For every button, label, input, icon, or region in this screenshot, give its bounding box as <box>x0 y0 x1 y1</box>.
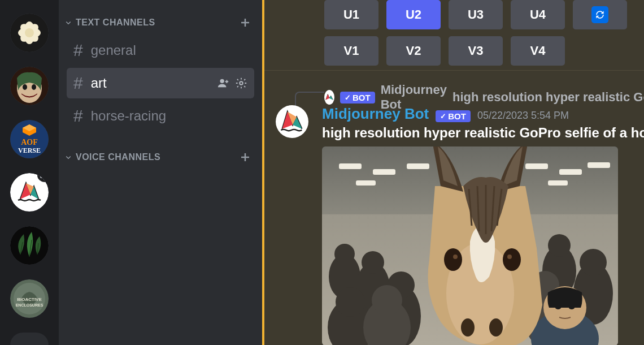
server-joker[interactable] <box>10 67 49 105</box>
reroll-button[interactable] <box>573 0 627 29</box>
svg-point-59 <box>461 318 475 337</box>
server-midjourney[interactable] <box>10 173 49 212</box>
channel-name: horse-racing <box>91 108 247 124</box>
message-author[interactable]: Midjourney Bot <box>322 105 429 123</box>
svg-point-55 <box>444 248 462 271</box>
svg-rect-33 <box>548 180 568 186</box>
channel-actions <box>217 77 247 89</box>
upscale-u1-button[interactable]: U1 <box>324 0 378 29</box>
hash-icon: # <box>73 106 83 126</box>
svg-rect-32 <box>356 180 376 186</box>
channel-art[interactable]: # art <box>67 68 254 98</box>
svg-point-35 <box>334 244 355 264</box>
svg-point-45 <box>336 287 365 317</box>
mj-button-grid: U1 U2 U3 U4 V1 V2 V3 V4 <box>324 0 627 66</box>
message-prompt: high resolution hyper realistic GoPro se… <box>322 125 644 141</box>
svg-rect-29 <box>525 163 548 169</box>
svg-rect-27 <box>373 169 395 175</box>
svg-rect-31 <box>588 162 610 168</box>
server-bioactive[interactable]: BIOACTIVEENCLOSURES <box>10 279 49 318</box>
svg-point-9 <box>23 84 27 90</box>
svg-rect-30 <box>559 169 582 175</box>
svg-point-53 <box>569 306 575 309</box>
upscale-u3-button[interactable]: U3 <box>449 0 503 29</box>
main-content: U1 U2 U3 U4 V1 V2 V3 V4 ✓BOT Midjourney … <box>262 0 644 345</box>
variation-v1-button[interactable]: V1 <box>324 36 378 66</box>
server-flower[interactable] <box>10 14 49 52</box>
check-icon: ✓ <box>345 93 351 102</box>
svg-text:AOF: AOF <box>21 138 38 146</box>
svg-point-56 <box>503 248 521 271</box>
add-channel-icon[interactable] <box>238 16 252 29</box>
svg-point-10 <box>32 84 36 90</box>
server-folder[interactable] <box>10 333 49 345</box>
gear-icon[interactable] <box>235 77 247 89</box>
svg-text:ENCLOSURES: ENCLOSURES <box>16 303 43 307</box>
server-leaf[interactable] <box>10 226 49 265</box>
text-channels-label: TEXT CHANNELS <box>76 18 238 28</box>
hash-icon: # <box>73 74 83 93</box>
invite-icon[interactable] <box>217 77 229 89</box>
channel-name: general <box>91 42 247 58</box>
reply-avatar <box>324 90 334 105</box>
svg-rect-16 <box>43 179 47 180</box>
message-divider <box>264 70 644 71</box>
variation-v3-button[interactable]: V3 <box>449 36 503 66</box>
svg-point-22 <box>220 79 224 83</box>
channel-sidebar: TEXT CHANNELS # general # art # horse-ra… <box>59 0 262 345</box>
server-aofverse[interactable]: AOFVERSE <box>10 120 49 158</box>
svg-point-37 <box>362 251 384 274</box>
chevron-down-icon <box>63 152 73 162</box>
svg-point-58 <box>507 255 512 259</box>
channel-name: art <box>91 75 217 91</box>
add-channel-icon[interactable] <box>238 150 252 164</box>
bot-tag: ✓BOT <box>340 92 375 104</box>
upscale-u2-button[interactable]: U2 <box>386 0 441 29</box>
svg-point-43 <box>580 249 607 276</box>
hash-icon: # <box>73 41 83 60</box>
svg-text:VERSE: VERSE <box>18 146 41 154</box>
variation-v2-button[interactable]: V2 <box>386 36 441 66</box>
svg-rect-28 <box>407 163 429 169</box>
svg-point-23 <box>240 81 243 85</box>
variation-v4-button[interactable]: V4 <box>511 36 565 66</box>
message-avatar[interactable] <box>276 105 308 138</box>
check-icon: ✓ <box>440 112 446 120</box>
upscale-u4-button[interactable]: U4 <box>511 0 565 29</box>
svg-point-57 <box>453 255 458 259</box>
message-body: Midjourney Bot ✓BOT 05/22/2023 5:54 PM h… <box>322 105 644 345</box>
channel-horse-racing[interactable]: # horse-racing <box>67 101 254 131</box>
server-rail: AOFVERSE BIOACTIVEENCLOSURES <box>0 0 59 345</box>
svg-point-47 <box>372 285 402 316</box>
svg-rect-26 <box>339 163 362 169</box>
voice-channels-label: VOICE CHANNELS <box>76 152 238 162</box>
text-channels-header[interactable]: TEXT CHANNELS <box>59 11 262 34</box>
svg-point-52 <box>555 306 561 309</box>
chevron-down-icon <box>63 18 73 28</box>
bot-tag: ✓BOT <box>436 110 471 122</box>
svg-point-41 <box>548 234 571 257</box>
generated-image[interactable] <box>322 146 618 345</box>
svg-text:BIOACTIVE: BIOACTIVE <box>17 297 42 302</box>
voice-channels-header[interactable]: VOICE CHANNELS <box>59 146 262 169</box>
message-timestamp: 05/22/2023 5:54 PM <box>477 110 569 122</box>
svg-rect-15 <box>40 173 49 178</box>
reply-text: high resolution hyper realistic GoPr <box>452 90 644 105</box>
refresh-icon <box>591 6 608 23</box>
channel-general[interactable]: # general <box>67 35 254 66</box>
message: Midjourney Bot ✓BOT 05/22/2023 5:54 PM h… <box>276 105 644 345</box>
svg-point-60 <box>489 318 503 337</box>
status-screen-icon <box>37 173 49 182</box>
svg-point-6 <box>25 28 34 37</box>
